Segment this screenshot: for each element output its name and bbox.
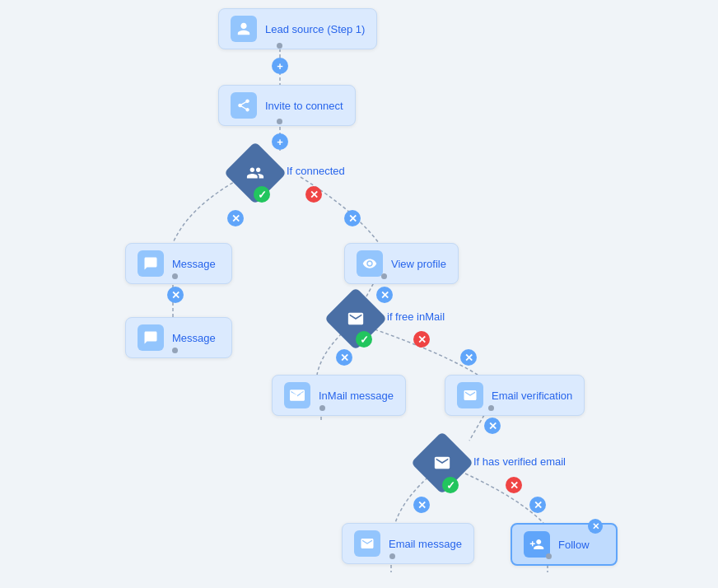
dot-lead-bottom bbox=[277, 43, 282, 49]
if-freeinmail-label: if free inMail bbox=[387, 310, 445, 323]
if-connected-label: If connected bbox=[287, 165, 345, 177]
dot-vp-bottom bbox=[381, 273, 387, 279]
invite-connect-node[interactable]: Invite to connect bbox=[218, 85, 356, 126]
add-btn-vp[interactable]: ✕ bbox=[376, 287, 393, 303]
share-icon bbox=[231, 92, 257, 119]
message2-node[interactable]: Message bbox=[125, 317, 232, 358]
dot-msg2-bottom bbox=[172, 348, 178, 353]
add-btn-ev[interactable]: ✕ bbox=[484, 418, 501, 434]
add-btn-lead[interactable]: + bbox=[272, 58, 288, 74]
email-icon bbox=[354, 530, 380, 557]
message2-label: Message bbox=[172, 332, 216, 344]
eye-icon bbox=[357, 250, 383, 277]
inmail-message-label: InMail message bbox=[319, 390, 394, 402]
dot-follow-bottom bbox=[546, 553, 552, 559]
email-verif-node[interactable]: Email verification bbox=[445, 375, 585, 416]
email-message-node[interactable]: Email message bbox=[342, 523, 474, 564]
view-profile-node[interactable]: View profile bbox=[344, 243, 459, 284]
message1-label: Message bbox=[172, 258, 216, 270]
lead-source-label: Lead source (Step 1) bbox=[265, 23, 365, 35]
no-btn-connected[interactable]: ✕ bbox=[305, 186, 322, 203]
chat-icon-1 bbox=[138, 250, 164, 277]
dot-msg1-bottom bbox=[172, 273, 178, 279]
no-btn-verified[interactable]: ✕ bbox=[506, 477, 522, 493]
add-btn-left3[interactable]: ✕ bbox=[413, 497, 430, 513]
email-verif-label: Email verification bbox=[492, 390, 572, 402]
emailverif-icon bbox=[457, 382, 483, 408]
add-btn-left1[interactable]: ✕ bbox=[227, 210, 244, 226]
close-btn-follow[interactable]: ✕ bbox=[588, 519, 603, 534]
email-message-label: Email message bbox=[389, 538, 462, 550]
add-btn-invite[interactable]: + bbox=[272, 133, 288, 150]
lead-icon bbox=[231, 16, 257, 42]
workflow-canvas: Lead source (Step 1) + Invite to connect… bbox=[0, 0, 718, 588]
yes-btn-verified[interactable]: ✓ bbox=[442, 477, 459, 493]
dot-inmail-bottom bbox=[319, 405, 325, 411]
inmail-message-node[interactable]: InMail message bbox=[272, 375, 406, 416]
yes-btn-connected[interactable]: ✓ bbox=[254, 186, 270, 203]
add-btn-right2[interactable]: ✕ bbox=[460, 349, 477, 366]
dot-ev-bottom bbox=[488, 405, 494, 411]
yes-btn-inmail[interactable]: ✓ bbox=[356, 331, 372, 348]
add-btn-left2[interactable]: ✕ bbox=[336, 349, 352, 366]
dot-invite-bottom bbox=[277, 119, 282, 124]
chat-icon-2 bbox=[138, 324, 164, 351]
add-btn-right1[interactable]: ✕ bbox=[344, 210, 361, 226]
view-profile-label: View profile bbox=[391, 258, 446, 270]
if-verified-label: If has verified email bbox=[473, 455, 566, 468]
lead-source-node[interactable]: Lead source (Step 1) bbox=[218, 8, 377, 49]
inmail-icon bbox=[284, 382, 310, 408]
follow-label: Follow bbox=[558, 539, 590, 551]
message1-node[interactable]: Message bbox=[125, 243, 232, 284]
no-btn-inmail[interactable]: ✕ bbox=[413, 331, 430, 348]
dot-em-bottom bbox=[389, 553, 395, 559]
add-btn-msg1[interactable]: ✕ bbox=[167, 287, 184, 303]
add-btn-right3[interactable]: ✕ bbox=[529, 497, 546, 513]
invite-connect-label: Invite to connect bbox=[265, 100, 343, 112]
